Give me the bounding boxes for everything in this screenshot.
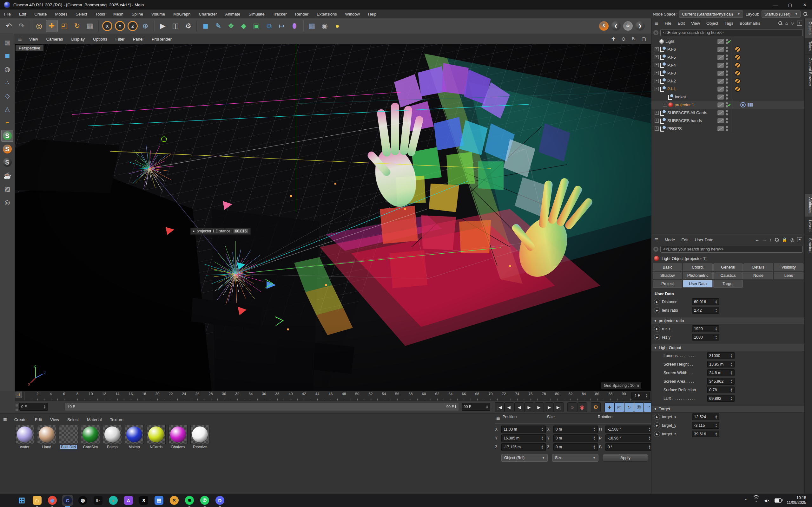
- autokey-button[interactable]: ◉: [577, 402, 587, 412]
- spiral-app-icon[interactable]: ◍: [78, 495, 88, 506]
- pan-icon[interactable]: ✚: [610, 36, 617, 42]
- maximize-button[interactable]: ▢: [783, 0, 797, 9]
- material-thumbnail[interactable]: [190, 425, 209, 444]
- menu-simulate[interactable]: Simulate: [244, 12, 269, 16]
- size-z-field[interactable]: 0 m▲▼: [553, 443, 598, 451]
- expand-toggle[interactable]: +: [655, 63, 659, 67]
- key-scale-button[interactable]: ◰: [614, 402, 624, 412]
- layer-chip[interactable]: [717, 126, 724, 131]
- key-position-button[interactable]: ✚: [605, 402, 614, 412]
- material-thumbnail[interactable]: [103, 425, 122, 444]
- menu-extensions[interactable]: Extensions: [312, 12, 341, 16]
- layer-chip[interactable]: [717, 39, 724, 44]
- rotation-b-field[interactable]: 0 °▲▼: [605, 443, 653, 451]
- object-name[interactable]: PROPS: [667, 126, 682, 131]
- playhead-marker[interactable]: -1: [15, 392, 22, 398]
- mograph-cloner-icon[interactable]: ❖: [225, 20, 237, 32]
- up-icon[interactable]: ↑: [769, 237, 772, 242]
- material-menu-texture[interactable]: Texture: [106, 417, 128, 422]
- object-name[interactable]: projector 1: [675, 102, 694, 107]
- live-selection-icon[interactable]: ◎: [33, 20, 45, 32]
- attribute-value-field[interactable]: 1080▲▼: [692, 334, 719, 341]
- visibility-dots[interactable]: [726, 78, 728, 84]
- material-item[interactable]: CardSim: [81, 425, 100, 449]
- lock-x-axis-icon[interactable]: X: [101, 20, 113, 32]
- attribute-value-field[interactable]: 60.016▲▼: [692, 298, 719, 305]
- material-thumbnail[interactable]: [147, 425, 166, 444]
- cinema4d-icon[interactable]: C: [62, 495, 73, 506]
- object-name[interactable]: PJ-2: [667, 79, 676, 83]
- menu-help[interactable]: Help: [364, 12, 381, 16]
- home-icon[interactable]: ⌂: [785, 20, 788, 26]
- snap-s-green-icon[interactable]: S: [1, 130, 13, 142]
- layer-chip[interactable]: [717, 102, 724, 108]
- minimize-button[interactable]: —: [768, 0, 783, 9]
- hamburger-icon[interactable]: ≡: [15, 36, 25, 43]
- current-frame-field[interactable]: -1 F▲▼: [631, 392, 650, 399]
- render-off-tag-icon[interactable]: [734, 46, 741, 52]
- material-thumbnail[interactable]: [59, 425, 78, 444]
- scale-tool-icon[interactable]: ◰: [58, 20, 70, 32]
- layer-chip[interactable]: [717, 79, 724, 84]
- material-item[interactable]: NCards: [146, 425, 166, 449]
- menu-create[interactable]: Create: [30, 12, 51, 16]
- render-off-tag-icon[interactable]: [734, 54, 741, 60]
- layer-chip[interactable]: [717, 71, 724, 76]
- nav-forward-icon[interactable]: ❯: [635, 21, 645, 31]
- axis-mode-icon[interactable]: ⌐: [1, 116, 13, 128]
- keyframe-options-button[interactable]: ⚙: [591, 402, 601, 412]
- material-item[interactable]: Bhalves: [168, 425, 188, 449]
- expand-toggle[interactable]: +: [655, 71, 659, 75]
- drag-handle[interactable]: [15, 403, 18, 411]
- attribute-tab-target[interactable]: Target: [713, 280, 743, 288]
- attribute-tab-general[interactable]: General: [713, 264, 743, 271]
- next-key-button[interactable]: |▶: [544, 402, 554, 412]
- menu-file[interactable]: File: [0, 12, 15, 16]
- object-row[interactable]: +projector 1✔: [651, 101, 805, 109]
- clear-search-icon[interactable]: ✕: [653, 247, 658, 252]
- texture-mode-icon[interactable]: ◍: [1, 63, 13, 75]
- visibility-dots[interactable]: [726, 118, 728, 123]
- clear-search-icon[interactable]: ✕: [653, 30, 658, 35]
- spline-pen-icon[interactable]: ✎: [212, 20, 224, 32]
- rotation-p-field[interactable]: -18.96 °▲▼: [605, 434, 653, 442]
- object-row[interactable]: +SURFACES All Cards: [651, 109, 805, 117]
- attribute-tab-visibility[interactable]: Visibility: [774, 264, 803, 271]
- mograph-fracture-icon[interactable]: ▣: [250, 20, 262, 32]
- nuke-icon[interactable]: ✕: [169, 495, 180, 506]
- object-row[interactable]: +PJ-5: [651, 53, 805, 61]
- lock-z-axis-icon[interactable]: Z: [126, 20, 139, 32]
- material-menu-edit[interactable]: Edit: [31, 417, 46, 422]
- attribute-tab-photometric[interactable]: Photometric: [683, 272, 712, 279]
- object-row[interactable]: +PJ-3: [651, 69, 805, 77]
- taskbar-clock[interactable]: 10:15 11/09/2025: [786, 496, 806, 505]
- object-manager-menu-tags[interactable]: Tags: [721, 21, 737, 26]
- expand-toggle[interactable]: -: [655, 87, 659, 91]
- material-item[interactable]: Bsimp: [102, 425, 122, 449]
- attribute-value-field[interactable]: 1920▲▼: [692, 325, 719, 332]
- material-menu-create[interactable]: Create: [10, 417, 31, 422]
- expand-toggle[interactable]: +: [655, 119, 659, 123]
- object-row[interactable]: +PROPS: [651, 125, 805, 132]
- enabled-check-icon[interactable]: ✔: [727, 102, 731, 108]
- group-header-target[interactable]: ▼Target: [651, 405, 805, 412]
- menu-volume[interactable]: Volume: [147, 12, 169, 16]
- object-manager-menu-file[interactable]: File: [662, 21, 675, 26]
- visibility-dots[interactable]: [726, 47, 728, 52]
- panel-tab-attributes[interactable]: Attributes: [805, 194, 812, 217]
- attribute-value-field[interactable]: 2.42▲▼: [692, 307, 719, 314]
- visibility-dots[interactable]: [726, 55, 728, 60]
- attribute-tab-user-data[interactable]: User Data: [683, 280, 712, 288]
- expand-toggle[interactable]: +: [655, 47, 659, 51]
- discord-icon[interactable]: D: [214, 495, 225, 506]
- track-icon[interactable]: ◎: [791, 237, 794, 242]
- menu-mograph[interactable]: MoGraph: [169, 12, 195, 16]
- record-key-button[interactable]: ⊙: [567, 402, 577, 412]
- position-y-field[interactable]: 16.385 m▲▼: [501, 434, 546, 442]
- key-rotation-button[interactable]: ↻: [624, 402, 634, 412]
- filter-icon[interactable]: ▽: [791, 20, 794, 26]
- expand-toggle[interactable]: +: [655, 55, 659, 59]
- expand-toggle[interactable]: +: [655, 111, 659, 115]
- range-end-field[interactable]: 90 F▲▼: [462, 403, 490, 411]
- next-frame-button[interactable]: ▶: [534, 402, 544, 412]
